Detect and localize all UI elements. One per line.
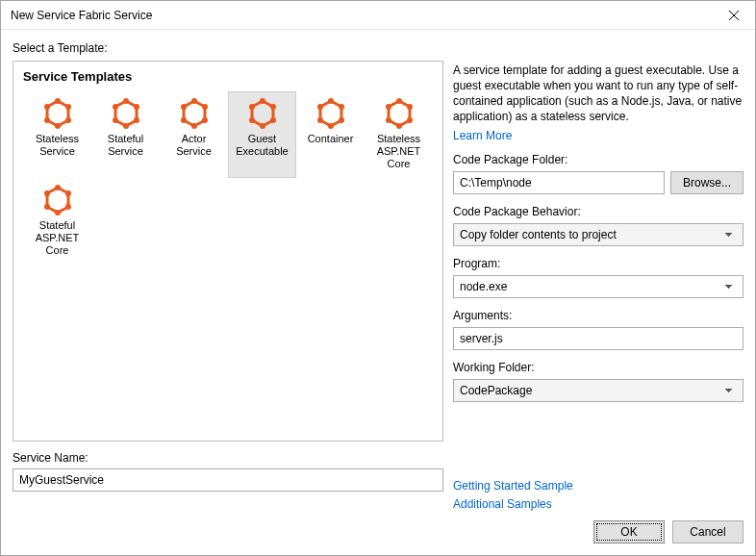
hexagon-icon: [247, 98, 278, 129]
svg-marker-2: [47, 101, 68, 126]
template-label: Stateless Service: [24, 133, 90, 158]
templates-box: Service Templates Stateless Service Stat…: [13, 61, 443, 442]
template-stateless-service[interactable]: Stateless Service: [23, 91, 91, 178]
svg-marker-23: [252, 101, 273, 126]
arguments-label: Arguments:: [453, 309, 743, 322]
template-label: Container: [306, 133, 356, 145]
template-description: A service template for adding a guest ex…: [453, 63, 743, 124]
window-title: New Service Fabric Service: [11, 9, 712, 22]
hexagon-icon: [42, 98, 73, 129]
close-icon: [729, 11, 739, 20]
templates-title: Service Templates: [23, 69, 433, 84]
ok-button[interactable]: OK: [593, 520, 665, 543]
svg-point-18: [202, 104, 208, 110]
main-row: Service Templates Stateless Service Stat…: [13, 61, 743, 511]
svg-point-47: [65, 204, 71, 210]
svg-point-36: [317, 104, 323, 110]
svg-point-25: [270, 104, 276, 110]
svg-point-26: [270, 117, 276, 123]
template-label: Guest Executable: [229, 133, 295, 158]
svg-marker-9: [115, 101, 137, 126]
hexagon-icon: [42, 185, 73, 215]
svg-point-4: [65, 104, 71, 110]
prompt-label: Select a Template:: [13, 41, 743, 55]
svg-marker-37: [389, 101, 410, 126]
code-package-behavior-select[interactable]: Copy folder contents to project: [453, 223, 743, 246]
service-name-label: Service Name:: [13, 451, 443, 465]
template-actor-service[interactable]: Actor Service: [160, 91, 228, 178]
additional-samples-link[interactable]: Additional Samples: [453, 497, 743, 511]
svg-point-19: [202, 117, 208, 123]
svg-point-33: [339, 117, 344, 123]
code-package-behavior-label: Code Package Behavior:: [453, 205, 743, 218]
svg-point-5: [65, 117, 71, 123]
svg-point-28: [249, 117, 255, 123]
template-guest-executable[interactable]: Guest Executable: [228, 91, 296, 178]
template-stateful-service[interactable]: Stateful Service: [91, 91, 160, 178]
svg-point-15: [113, 104, 118, 110]
svg-point-14: [113, 117, 118, 123]
svg-point-24: [260, 98, 265, 104]
hexagon-icon: [111, 98, 141, 129]
program-select[interactable]: node.exe: [453, 275, 743, 298]
svg-marker-16: [184, 101, 205, 126]
svg-point-43: [386, 104, 391, 110]
svg-point-38: [396, 98, 402, 104]
left-column: Service Templates Stateless Service Stat…: [13, 61, 443, 511]
getting-started-link[interactable]: Getting Started Sample: [453, 479, 743, 493]
svg-marker-30: [320, 101, 341, 126]
svg-point-48: [55, 210, 61, 215]
template-stateless-aspnet-core[interactable]: Stateless ASP.NET Core: [365, 91, 433, 178]
service-name-input[interactable]: [13, 468, 443, 492]
svg-marker-44: [47, 188, 68, 213]
svg-point-31: [328, 98, 334, 104]
svg-point-41: [396, 123, 402, 129]
svg-point-12: [134, 117, 139, 123]
template-stateful-aspnet-core[interactable]: Stateful ASP.NET Core: [23, 178, 91, 265]
learn-more-link[interactable]: Learn More: [453, 129, 743, 142]
svg-point-39: [407, 104, 413, 110]
program-label: Program:: [453, 257, 743, 270]
svg-point-8: [44, 104, 50, 110]
arguments-input[interactable]: [453, 327, 743, 350]
svg-point-34: [328, 123, 334, 129]
working-folder-select[interactable]: CodePackage: [453, 379, 743, 402]
hexagon-icon: [315, 98, 346, 129]
working-folder-label: Working Folder:: [453, 361, 743, 374]
template-label: Actor Service: [161, 133, 227, 158]
svg-point-11: [134, 104, 139, 110]
svg-point-29: [249, 104, 255, 110]
svg-point-13: [123, 123, 129, 129]
svg-point-20: [191, 123, 197, 129]
svg-point-22: [181, 104, 187, 110]
content-area: Select a Template: Service Templates Sta…: [1, 30, 755, 555]
svg-point-32: [339, 104, 344, 110]
hexagon-icon: [179, 98, 210, 129]
titlebar: New Service Fabric Service: [1, 1, 755, 30]
svg-point-45: [55, 185, 61, 190]
code-package-folder-label: Code Package Folder:: [453, 153, 743, 166]
svg-point-49: [44, 204, 50, 210]
cancel-button[interactable]: Cancel: [672, 520, 743, 543]
svg-point-6: [55, 123, 61, 129]
svg-point-7: [44, 117, 50, 123]
templates-grid: Stateless Service Stateful Service Actor…: [23, 91, 433, 265]
dialog-window: New Service Fabric Service Select a Temp…: [0, 0, 756, 556]
svg-point-27: [260, 123, 265, 129]
template-container[interactable]: Container: [296, 91, 365, 178]
svg-point-42: [386, 117, 391, 123]
template-label: Stateful Service: [92, 133, 159, 158]
svg-point-35: [317, 117, 323, 123]
dialog-footer: OK Cancel: [13, 511, 743, 543]
code-package-folder-input[interactable]: [453, 171, 665, 194]
browse-button[interactable]: Browse...: [670, 171, 743, 194]
svg-point-3: [55, 98, 61, 104]
svg-point-50: [44, 190, 50, 196]
svg-point-46: [65, 190, 71, 196]
right-column: A service template for adding a guest ex…: [453, 61, 743, 511]
template-label: Stateful ASP.NET Core: [24, 219, 90, 257]
svg-point-10: [123, 98, 129, 104]
close-button[interactable]: [712, 1, 755, 29]
template-label: Stateless ASP.NET Core: [365, 133, 432, 170]
svg-point-17: [191, 98, 197, 104]
